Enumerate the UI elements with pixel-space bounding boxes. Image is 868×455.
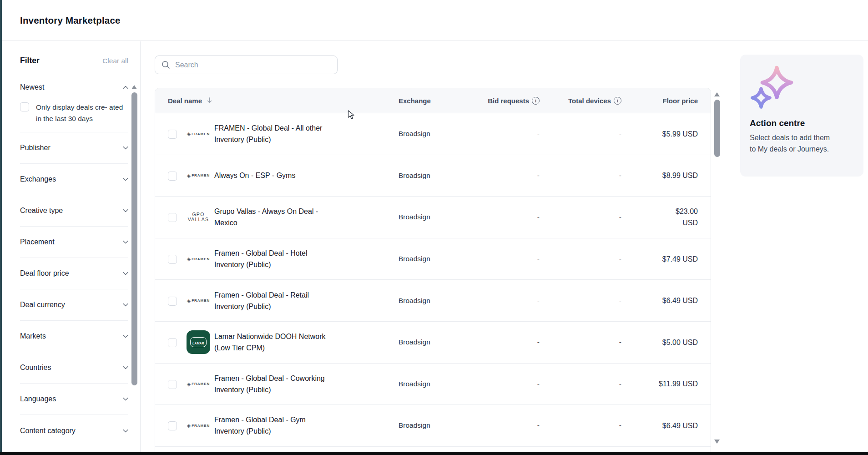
filter-section-markets[interactable]: Markets xyxy=(20,321,128,352)
lamar-logo: LAMAR xyxy=(187,330,210,354)
sparkles-icon xyxy=(750,66,793,109)
app-window: Inventory Marketplace Filter Clear all N… xyxy=(0,0,868,455)
row-checkbox[interactable] xyxy=(168,338,177,347)
floor-price-value: $6.49 USD xyxy=(662,295,711,306)
chevron-down-icon xyxy=(123,209,128,212)
chevron-down-icon xyxy=(123,272,128,275)
exchange-value: Broadsign xyxy=(399,421,467,430)
sort-descending-icon xyxy=(206,97,213,104)
filter-section-placement[interactable]: Placement xyxy=(20,227,128,258)
chevron-down-icon xyxy=(123,177,128,181)
table-row[interactable]: ◈FRAMEN Framen - Global Deal - Retail In… xyxy=(155,280,711,322)
row-checkbox[interactable] xyxy=(168,172,177,181)
gpo-vallas-logo: GPOVALLAS xyxy=(188,212,209,222)
floor-price-value: $8.99 USD xyxy=(662,170,711,181)
chevron-down-icon xyxy=(123,429,128,433)
row-checkbox[interactable] xyxy=(168,130,177,139)
column-header-exchange[interactable]: Exchange xyxy=(399,97,467,105)
row-checkbox[interactable] xyxy=(168,421,177,430)
total-devices-value: - xyxy=(619,338,621,346)
deal-name: Always On - ESP - Gyms xyxy=(214,170,399,181)
table-scroll-down-arrow[interactable] xyxy=(714,440,720,444)
chevron-down-icon xyxy=(123,397,128,401)
table-row[interactable] xyxy=(155,447,711,452)
deal-name: Framen - Global Deal - Hotel Inventory (… xyxy=(214,248,399,270)
table-row[interactable]: GPOVALLAS Grupo Vallas - Always On Deal … xyxy=(155,197,711,238)
filter-heading: Filter xyxy=(20,56,40,66)
filter-section-countries[interactable]: Countries xyxy=(20,352,128,384)
table-row[interactable]: ◈FRAMEN Framen - Global Deal - Gym Inven… xyxy=(155,405,711,447)
filter-section-deal-floor-price[interactable]: Deal floor price xyxy=(20,258,128,289)
column-header-deal-name[interactable]: Deal name xyxy=(155,97,399,105)
deal-name: FRAMEN - Global Deal - All other Invento… xyxy=(214,122,399,145)
newest-checkbox[interactable] xyxy=(20,102,29,111)
action-centre-description: Select deals to add them to My deals or … xyxy=(750,132,863,155)
bid-requests-value: - xyxy=(537,130,540,138)
framen-logo: ◈FRAMEN xyxy=(187,298,210,303)
table-row[interactable]: LAMAR Lamar Nationwide DOOH Network (Low… xyxy=(155,322,711,364)
bid-requests-value: - xyxy=(537,255,540,263)
deal-name: Framen - Global Deal - Gym Inventory (Pu… xyxy=(214,414,399,437)
table-row[interactable]: ◈FRAMEN Framen - Global Deal - Hotel Inv… xyxy=(155,238,711,280)
filter-section-newest[interactable]: Newest xyxy=(20,83,128,91)
column-header-floor-price[interactable]: Floor price xyxy=(662,97,711,105)
window-bottom-edge xyxy=(0,452,868,455)
exchange-value: Broadsign xyxy=(399,255,467,263)
bid-requests-value: - xyxy=(537,172,540,180)
action-centre-panel: Action centre Select deals to add them t… xyxy=(740,55,863,177)
newest-checkbox-label: Only display deals cre- ated in the last… xyxy=(36,101,128,124)
total-devices-value: - xyxy=(619,421,621,430)
chevron-down-icon xyxy=(123,240,128,244)
floor-price-value: $5.00 USD xyxy=(662,337,711,348)
total-devices-value: - xyxy=(619,213,621,221)
filter-section-content-category[interactable]: Content category xyxy=(20,415,128,446)
exchange-value: Broadsign xyxy=(399,297,467,305)
search-input[interactable] xyxy=(155,56,338,74)
framen-logo: ◈FRAMEN xyxy=(187,257,210,261)
row-checkbox[interactable] xyxy=(168,380,177,389)
info-icon[interactable]: i xyxy=(532,97,540,105)
filter-section-exchanges[interactable]: Exchanges xyxy=(20,164,128,195)
deal-name: Grupo Vallas - Always On Deal - Mexico xyxy=(214,206,399,228)
exchange-value: Broadsign xyxy=(399,172,467,180)
row-checkbox[interactable] xyxy=(168,255,177,264)
exchange-value: Broadsign xyxy=(399,130,467,138)
floor-price-value: $6.49 USD xyxy=(662,420,711,431)
filter-section-creative-type[interactable]: Creative type xyxy=(20,195,128,227)
filter-sidebar: Filter Clear all Newest Only display dea… xyxy=(2,41,141,452)
filter-section-deal-currency[interactable]: Deal currency xyxy=(20,289,128,321)
exchange-value: Broadsign xyxy=(399,338,467,346)
deals-table: Deal name Exchange Bid requests i Total … xyxy=(155,88,711,452)
total-devices-value: - xyxy=(619,255,621,263)
table-scrollbar[interactable] xyxy=(714,100,720,157)
row-checkbox[interactable] xyxy=(168,297,177,306)
bid-requests-value: - xyxy=(537,213,540,221)
action-centre-title: Action centre xyxy=(750,118,863,128)
column-header-bid-requests[interactable]: Bid requests i xyxy=(488,97,540,105)
table-row[interactable]: ◈FRAMEN Always On - ESP - Gyms Broadsign… xyxy=(155,155,711,197)
table-row[interactable]: ◈FRAMEN FRAMEN - Global Deal - All other… xyxy=(155,113,711,155)
table-header-row: Deal name Exchange Bid requests i Total … xyxy=(155,88,711,113)
page-title: Inventory Marketplace xyxy=(20,15,121,26)
clear-all-button[interactable]: Clear all xyxy=(102,57,128,65)
table-row[interactable]: ◈FRAMEN Framen - Global Deal - Coworking… xyxy=(155,364,711,405)
total-devices-value: - xyxy=(619,380,621,388)
sidebar-scrollbar[interactable] xyxy=(131,92,137,385)
framen-logo: ◈FRAMEN xyxy=(187,131,210,136)
total-devices-value: - xyxy=(619,130,621,138)
app-header: Inventory Marketplace xyxy=(2,0,868,41)
search-icon xyxy=(161,61,170,69)
info-icon[interactable]: i xyxy=(614,97,621,105)
table-scroll-up-arrow[interactable] xyxy=(714,92,720,96)
floor-price-value: $23.00 USD xyxy=(676,206,711,228)
filter-section-languages[interactable]: Languages xyxy=(20,384,128,415)
row-checkbox[interactable] xyxy=(168,213,177,222)
sidebar-scroll-up-arrow[interactable] xyxy=(131,85,137,89)
framen-logo: ◈FRAMEN xyxy=(187,173,210,178)
chevron-down-icon xyxy=(123,334,128,338)
filter-section-publisher[interactable]: Publisher xyxy=(20,132,128,164)
chevron-down-icon xyxy=(123,146,128,150)
deal-name: Framen - Global Deal - Retail Inventory … xyxy=(214,289,399,312)
bid-requests-value: - xyxy=(537,421,540,430)
column-header-total-devices[interactable]: Total devices i xyxy=(568,97,621,105)
